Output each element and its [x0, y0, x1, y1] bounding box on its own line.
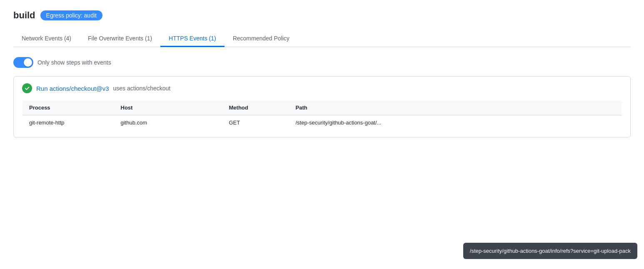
page-header: build Egress policy: audit: [13, 10, 631, 21]
https-events-table: Process Host Method Path git-remote-http…: [22, 100, 622, 130]
col-header-path: Path: [289, 100, 622, 115]
step-uses-text: uses actions/checkout: [113, 85, 171, 92]
table-row: git-remote-http github.com GET /step-sec…: [22, 115, 622, 130]
cell-process: git-remote-http: [22, 115, 114, 130]
toggle-row: Only show steps with events: [13, 57, 631, 68]
tab-file-overwrite-events[interactable]: File Overwrite Events (1): [80, 31, 160, 47]
table-header: Process Host Method Path: [22, 100, 622, 115]
tab-https-events[interactable]: HTTPS Events (1): [160, 31, 225, 47]
col-header-method: Method: [222, 100, 289, 115]
tab-bar: Network Events (4) File Overwrite Events…: [13, 31, 631, 47]
toggle-label: Only show steps with events: [37, 59, 111, 66]
table-body: git-remote-http github.com GET /step-sec…: [22, 115, 622, 130]
toggle-thumb: [24, 58, 32, 67]
tab-recommended-policy[interactable]: Recommended Policy: [225, 31, 298, 47]
cell-path: /step-security/github-actions-goat/...: [289, 115, 622, 130]
tab-network-events[interactable]: Network Events (4): [13, 31, 80, 47]
egress-policy-badge: Egress policy: audit: [40, 10, 102, 20]
step-header: Run actions/checkout@v3 uses actions/che…: [22, 83, 622, 93]
build-title: build: [13, 10, 35, 21]
step-success-icon: [22, 83, 32, 93]
col-header-process: Process: [22, 100, 114, 115]
step-section: Run actions/checkout@v3 uses actions/che…: [13, 76, 631, 137]
cell-method: GET: [222, 115, 289, 130]
path-tooltip: /step-security/github-actions-goat/info/…: [463, 243, 637, 259]
cell-host: github.com: [114, 115, 222, 130]
step-title-link[interactable]: Run actions/checkout@v3: [36, 85, 109, 92]
only-show-steps-toggle[interactable]: [13, 57, 33, 68]
col-header-host: Host: [114, 100, 222, 115]
